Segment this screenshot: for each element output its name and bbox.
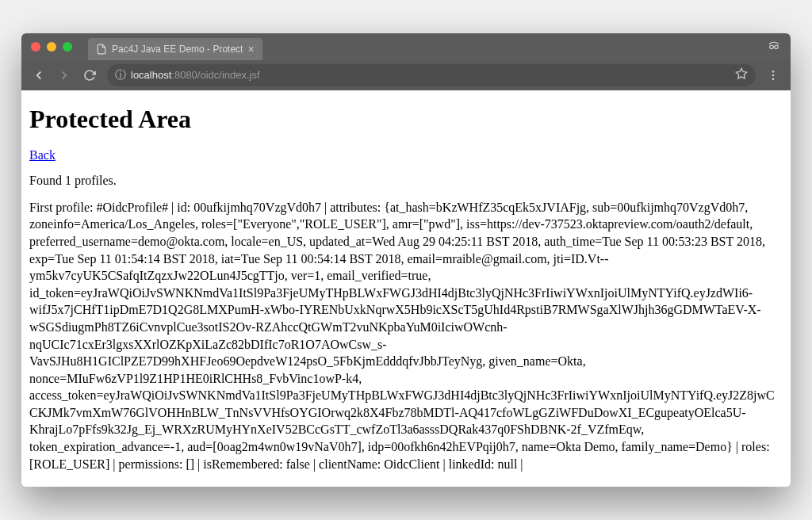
url-port: :8080 <box>171 69 197 81</box>
titlebar: Pac4J Java EE Demo - Protect × <box>21 33 791 60</box>
svg-point-0 <box>770 45 774 49</box>
browser-window: Pac4J Java EE Demo - Protect × <box>21 33 791 488</box>
browser-menu-button[interactable] <box>762 64 784 86</box>
url-text: localhost:8080/oidc/index.jsf <box>131 69 730 81</box>
incognito-icon <box>767 38 781 55</box>
tab-title: Pac4J Java EE Demo - Protect <box>112 44 243 55</box>
profile-dump: First profile: #OidcProfile# | id: 00ufk… <box>29 199 783 473</box>
maximize-window-button[interactable] <box>63 42 72 52</box>
back-link[interactable]: Back <box>29 148 56 162</box>
svg-marker-2 <box>736 68 746 78</box>
page-heading: Protected Area <box>29 105 783 134</box>
svg-point-3 <box>772 71 775 73</box>
bookmark-star-icon[interactable] <box>735 67 748 83</box>
svg-point-5 <box>772 78 775 80</box>
forward-button[interactable] <box>53 64 75 86</box>
browser-tab[interactable]: Pac4J Java EE Demo - Protect × <box>88 38 262 60</box>
tab-close-button[interactable]: × <box>247 44 254 55</box>
url-host: localhost <box>131 69 171 81</box>
window-controls <box>21 42 72 52</box>
back-button[interactable] <box>28 64 50 86</box>
profiles-count: Found 1 profiles. <box>29 174 783 188</box>
page-favicon-icon <box>96 44 107 55</box>
address-bar[interactable]: ⓘ localhost:8080/oidc/index.jsf <box>107 64 756 86</box>
reload-button[interactable] <box>79 64 101 86</box>
browser-toolbar: ⓘ localhost:8080/oidc/index.jsf <box>21 60 791 90</box>
svg-point-4 <box>772 74 775 76</box>
svg-point-1 <box>775 45 779 49</box>
minimize-window-button[interactable] <box>47 42 56 52</box>
site-info-icon[interactable]: ⓘ <box>115 68 126 82</box>
url-path: /oidc/index.jsf <box>197 69 260 81</box>
page-content: Protected Area Back Found 1 profiles. Fi… <box>21 90 791 488</box>
close-window-button[interactable] <box>31 42 40 52</box>
